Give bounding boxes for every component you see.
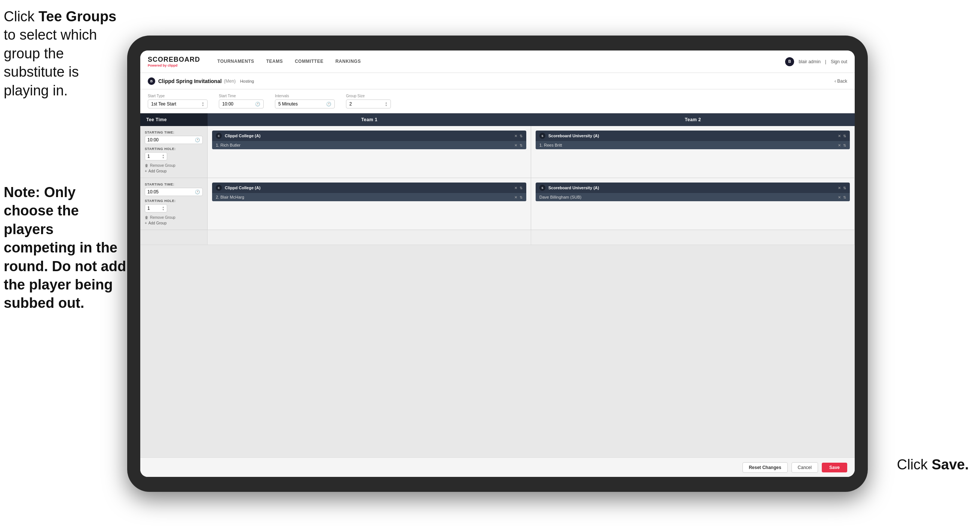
- group-2-hole-input[interactable]: 1 ▲ ▼: [145, 204, 167, 212]
- table-row: STARTING TIME: 10:05 🕐 STARTING HOLE: 1 …: [140, 178, 855, 230]
- instruction-text: Click Tee Groups to select which group t…: [4, 8, 120, 100]
- start-type-label: Start Type: [148, 94, 208, 98]
- group-2-team2-card: S Scoreboard University (A) ✕ ⇅ Dave Bil…: [536, 183, 850, 201]
- start-time-label: Start Time: [219, 94, 264, 98]
- group-1-hole-input[interactable]: 1 ▲ ▼: [145, 152, 167, 161]
- intervals-input[interactable]: 5 Minutes 🕐: [275, 99, 335, 108]
- group-1-team1-card: C Clippd College (A) ✕ ⇅ 1. Rich Butler …: [212, 131, 526, 149]
- table-row: STARTING TIME: 10:00 🕐 STARTING HOLE: 1 …: [140, 126, 855, 178]
- nav-signout[interactable]: Sign out: [831, 59, 847, 64]
- group-1-team1-header: C Clippd College (A) ✕ ⇅: [212, 131, 526, 141]
- group-3-team1-partial: [208, 230, 531, 245]
- back-button[interactable]: Back: [835, 78, 847, 84]
- team2-sort-icon-1[interactable]: ⇅: [843, 134, 846, 138]
- team2-card-actions-1[interactable]: ✕ ⇅: [838, 134, 846, 138]
- team2-remove-icon-1[interactable]: ✕: [838, 134, 841, 138]
- player1-remove-icon-1[interactable]: ✕: [514, 143, 517, 147]
- starting-time-label-1: STARTING TIME:: [145, 131, 203, 134]
- logo-powered: Powered by clippd: [148, 64, 200, 67]
- remove-group-2-button[interactable]: 🗑 Remove Group: [145, 215, 203, 220]
- group-2-time-input[interactable]: 10:05 🕐: [145, 188, 203, 196]
- reset-changes-button[interactable]: Reset Changes: [743, 462, 788, 473]
- config-row: Start Type 1st Tee Start ▲▼ Start Time 1…: [140, 89, 855, 113]
- team1-remove-icon-1[interactable]: ✕: [514, 134, 517, 138]
- player2-actions-1[interactable]: ✕ ⇅: [838, 143, 846, 147]
- nav-rankings[interactable]: RANKINGS: [329, 51, 367, 73]
- player-sub-sort-icon[interactable]: ⇅: [843, 195, 846, 199]
- team1-badge-1: C: [216, 133, 222, 139]
- clock-icon-2: 🕐: [326, 102, 331, 107]
- group-size-input[interactable]: 2 ▲▼: [346, 99, 391, 108]
- group-2-team2-header: S Scoreboard University (A) ✕ ⇅: [536, 183, 850, 193]
- note-prefix: Note:: [4, 185, 44, 200]
- player1-actions-1[interactable]: ✕ ⇅: [514, 143, 523, 147]
- team2-remove-icon-2[interactable]: ✕: [838, 186, 841, 190]
- add-group-1-button[interactable]: + Add Group: [145, 169, 203, 173]
- team1-card-actions-1[interactable]: ✕ ⇅: [514, 134, 523, 138]
- group-size-spinner[interactable]: ▲▼: [385, 101, 388, 107]
- group-3-team2-partial: [531, 230, 855, 245]
- player-sub-remove-icon[interactable]: ✕: [838, 195, 841, 199]
- team1-card-actions-2[interactable]: ✕ ⇅: [514, 186, 523, 190]
- group-1-actions: 🗑 Remove Group + Add Group: [145, 164, 203, 173]
- intervals-label: Intervals: [275, 94, 335, 98]
- note-bold1: Only choose the players competing in the…: [4, 185, 126, 311]
- intervals-field: Intervals 5 Minutes 🕐: [275, 94, 335, 108]
- nav-teams[interactable]: TEAMS: [260, 51, 289, 73]
- group-2-team2-cell: S Scoreboard University (A) ✕ ⇅ Dave Bil…: [531, 178, 855, 230]
- nav-committee[interactable]: COMMITTEE: [289, 51, 329, 73]
- logo-scoreboard: SCOREBOARD: [148, 56, 200, 64]
- player2-sort-icon-1[interactable]: ⇅: [843, 143, 846, 147]
- player1-remove-icon-2[interactable]: ✕: [514, 195, 517, 199]
- nav-avatar: B: [785, 57, 794, 66]
- clock-icon: 🕐: [255, 102, 260, 107]
- start-time-field: Start Time 10:00 🕐: [219, 94, 264, 108]
- group-2-team1-player-1: 2. Blair McHarg ✕ ⇅: [212, 193, 526, 201]
- team2-badge-1: S: [539, 133, 546, 139]
- starting-time-label-2: STARTING TIME:: [145, 183, 203, 186]
- player-sub-actions-2[interactable]: ✕ ⇅: [838, 195, 846, 199]
- team2-badge-2: S: [539, 185, 546, 191]
- th-team2: Team 2: [531, 113, 855, 126]
- nav-tournaments[interactable]: TOURNAMENTS: [212, 51, 260, 73]
- player1-sort-icon-1[interactable]: ⇅: [520, 143, 523, 147]
- team2-card-actions-2[interactable]: ✕ ⇅: [838, 186, 846, 190]
- team1-name-1: Clippd College (A): [225, 134, 511, 138]
- nav-separator: |: [825, 59, 826, 64]
- group-2-controls: STARTING TIME: 10:05 🕐 STARTING HOLE: 1 …: [140, 178, 208, 230]
- hole-spinner-1[interactable]: ▲ ▼: [162, 154, 165, 159]
- group-2-actions: 🗑 Remove Group + Add Group: [145, 215, 203, 225]
- team1-sort-icon-2[interactable]: ⇅: [520, 186, 523, 190]
- hole-spinner-2[interactable]: ▲ ▼: [162, 206, 165, 211]
- group-2-team1-card: C Clippd College (A) ✕ ⇅ 2. Blair McHarg…: [212, 183, 526, 201]
- cancel-button[interactable]: Cancel: [791, 462, 818, 473]
- nav-right: B blair admin | Sign out: [785, 57, 847, 66]
- save-button[interactable]: Save: [822, 463, 847, 472]
- start-type-field: Start Type 1st Tee Start ▲▼: [148, 94, 208, 108]
- starting-hole-label-2: STARTING HOLE:: [145, 199, 203, 203]
- add-group-2-button[interactable]: + Add Group: [145, 221, 203, 225]
- team1-badge-2: C: [216, 185, 222, 191]
- group-size-label: Group Size: [346, 94, 391, 98]
- nav-bar: SCOREBOARD Powered by clippd TOURNAMENTS…: [140, 51, 855, 73]
- start-type-input[interactable]: 1st Tee Start ▲▼: [148, 99, 208, 108]
- th-tee-time: Tee Time: [140, 113, 208, 126]
- player1-sort-icon-2[interactable]: ⇅: [520, 195, 523, 199]
- trash-icon-1: 🗑: [145, 164, 148, 167]
- player2-remove-icon-1[interactable]: ✕: [838, 143, 841, 147]
- team2-sort-icon-2[interactable]: ⇅: [843, 186, 846, 190]
- time-icon-1: 🕐: [195, 138, 200, 143]
- tablet-device: SCOREBOARD Powered by clippd TOURNAMENTS…: [127, 35, 868, 492]
- remove-group-1-button[interactable]: 🗑 Remove Group: [145, 164, 203, 167]
- group-1-time-input[interactable]: 10:00 🕐: [145, 136, 203, 144]
- group-2-team2-player-sub: Dave Billingham (SUB) ✕ ⇅: [536, 193, 850, 201]
- group-1-team2-player-1: 1. Rees Britt ✕ ⇅: [536, 141, 850, 149]
- start-time-input[interactable]: 10:00 🕐: [219, 99, 264, 108]
- start-type-spinner[interactable]: ▲▼: [202, 101, 204, 107]
- team1-sort-icon-1[interactable]: ⇅: [520, 134, 523, 138]
- plus-icon-2: +: [145, 221, 147, 225]
- main-content: STARTING TIME: 10:00 🕐 STARTING HOLE: 1 …: [140, 126, 855, 457]
- team1-remove-icon-2[interactable]: ✕: [514, 186, 517, 190]
- player1-actions-2[interactable]: ✕ ⇅: [514, 195, 523, 199]
- group-1-team1-player-1: 1. Rich Butler ✕ ⇅: [212, 141, 526, 149]
